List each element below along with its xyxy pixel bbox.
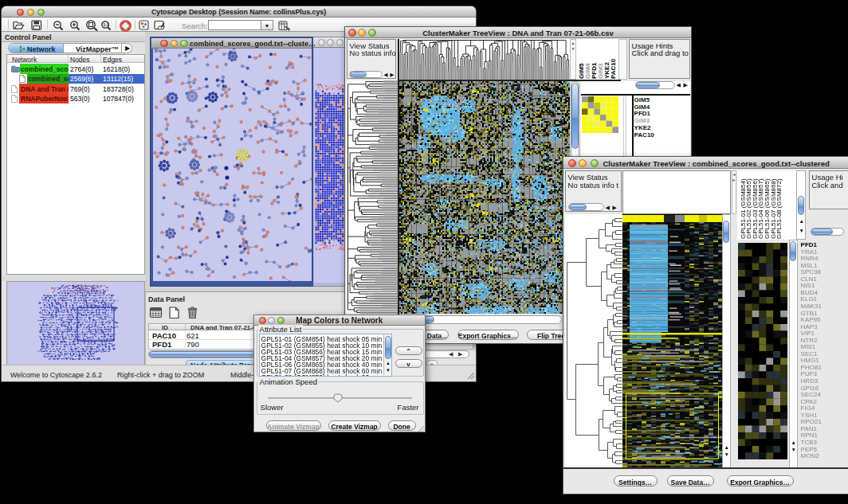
svg-text:1:1: 1:1 <box>103 22 109 27</box>
